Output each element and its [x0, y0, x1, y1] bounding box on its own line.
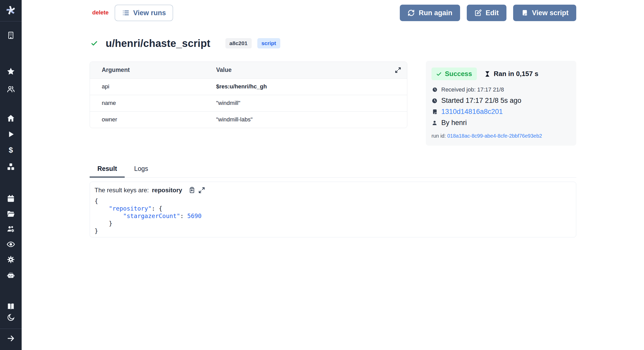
edit-label: Edit: [486, 9, 499, 17]
sidebar: $: [0, 0, 22, 350]
moon-icon[interactable]: [6, 313, 15, 322]
eye-icon[interactable]: [6, 240, 15, 249]
value-cell[interactable]: $res:u/henri/hc_gh: [216, 78, 407, 95]
value-cell: "windmill": [216, 95, 407, 111]
top-actions: Run again Edit View script: [400, 5, 576, 21]
scroll-icon: [521, 9, 528, 16]
status-badge: Success: [431, 68, 477, 80]
result-card: The result keys are: repository { "repos…: [90, 182, 576, 237]
run-id-line: run id: 018a18ac-8c99-abe4-8cfe-2bbf76e9…: [431, 133, 570, 139]
expand-result-icon[interactable]: [198, 187, 205, 194]
sidebar-divider: [0, 329, 22, 329]
users-gear-icon[interactable]: [6, 225, 15, 234]
user-icon: [431, 120, 438, 126]
hourglass-icon: [484, 71, 491, 77]
success-check-icon: [91, 40, 98, 47]
run-again-button[interactable]: Run again: [400, 5, 460, 21]
page-title: u/henri/chaste_script: [106, 38, 210, 49]
edit-button[interactable]: Edit: [467, 5, 506, 21]
list-icon: [122, 9, 130, 17]
svg-text:$: $: [9, 146, 13, 154]
status-line: Success Ran in 0,157 s: [431, 68, 570, 80]
args-table-body: api$res:u/henri/hc_ghname"windmill"owner…: [90, 78, 407, 128]
result-summary: The result keys are: repository: [95, 187, 571, 194]
check-icon: [436, 71, 442, 77]
copy-icon[interactable]: [188, 187, 196, 194]
result-tabs: Result Logs: [90, 165, 576, 178]
book-icon[interactable]: [6, 302, 15, 311]
run-info-panel: Success Ran in 0,157 s Received job: 17:…: [426, 61, 576, 146]
home-icon[interactable]: [6, 114, 15, 123]
script-hash-badge: a8c201: [225, 38, 252, 48]
title-row: u/henri/chaste_script a8c201 script: [91, 37, 280, 50]
folder-open-icon[interactable]: [6, 210, 15, 218]
tab-logs[interactable]: Logs: [125, 165, 157, 178]
scroll-icon: [431, 109, 438, 115]
script-type-badge: script: [257, 38, 280, 48]
building-icon[interactable]: [6, 31, 15, 40]
dollar-icon[interactable]: $: [6, 146, 15, 155]
arguments-table: Argument Value api$res:u/henri/hc_ghname…: [90, 62, 407, 128]
run-again-label: Run again: [419, 9, 452, 17]
script-hash-line: 1310d14816a8c201: [431, 108, 570, 116]
windmill-logo[interactable]: [6, 5, 16, 15]
users-icon[interactable]: [6, 85, 15, 94]
star-icon[interactable]: [6, 67, 15, 76]
table-row: owner"windmill-labs": [90, 111, 407, 128]
view-script-label: View script: [532, 9, 569, 17]
play-icon[interactable]: [6, 130, 15, 139]
view-runs-button[interactable]: View runs: [115, 5, 173, 21]
edit-icon: [474, 9, 482, 16]
clock-icon: [432, 87, 438, 93]
argument-cell: name: [90, 95, 216, 111]
clock-icon: [431, 98, 438, 104]
table-row: name"windmill": [90, 95, 407, 111]
cubes-icon[interactable]: [6, 162, 15, 171]
value-cell: "windmill-labs": [216, 111, 407, 128]
sidebar-divider: [0, 21, 22, 21]
tab-result[interactable]: Result: [90, 165, 125, 178]
result-json: { "repository": { "stargazerCount": 5690…: [95, 197, 571, 235]
argument-column-header: Argument: [90, 62, 216, 78]
duration-label: Ran in 0,157 s: [484, 70, 538, 78]
table-header-row: Argument Value: [90, 62, 407, 78]
expand-table-icon[interactable]: [395, 67, 401, 73]
robot-icon[interactable]: [6, 271, 15, 280]
calendar-icon[interactable]: [6, 194, 15, 203]
refresh-icon: [408, 9, 415, 16]
run-id-link[interactable]: 018a18ac-8c99-abe4-8cfe-2bbf76e93eb2: [447, 133, 542, 139]
argument-cell: api: [90, 78, 216, 95]
delete-button[interactable]: delete: [92, 9, 109, 16]
table-row: api$res:u/henri/hc_gh: [90, 78, 407, 95]
script-hash-link[interactable]: 1310d14816a8c201: [441, 108, 503, 116]
argument-cell: owner: [90, 111, 216, 128]
gear-icon[interactable]: [6, 255, 15, 264]
started-line: Started 17:17 21/8 5s ago: [431, 97, 570, 105]
user-icon[interactable]: [6, 49, 15, 58]
view-script-button[interactable]: View script: [513, 5, 576, 21]
value-column-header: Value: [216, 62, 407, 78]
arguments-card: Argument Value api$res:u/henri/hc_ghname…: [90, 62, 407, 128]
view-runs-label: View runs: [133, 9, 166, 17]
result-key: repository: [152, 187, 182, 194]
by-line: By henri: [431, 119, 570, 127]
arrow-right-icon[interactable]: [6, 334, 15, 343]
received-job-line: Received job: 17:17 21/8: [431, 86, 570, 93]
windmill-job-run-page: $ delete View runs Run again Edit View s…: [0, 0, 644, 350]
